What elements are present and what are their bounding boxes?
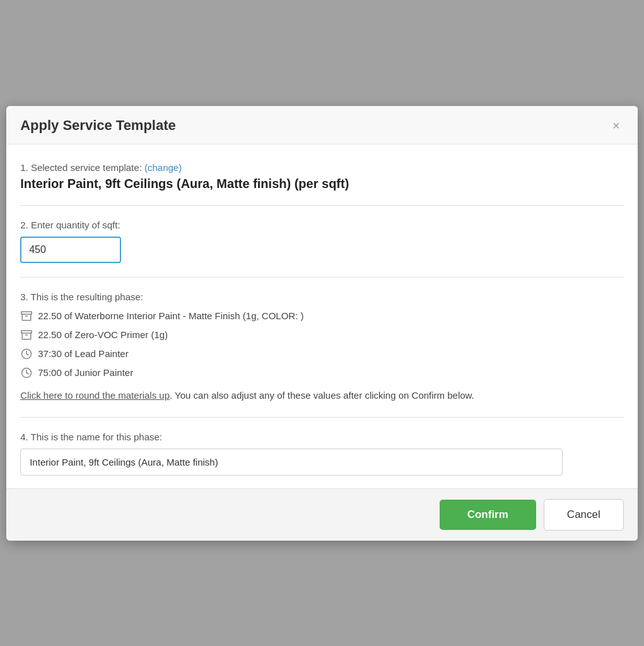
phase-item-2: 22.50 of Zero-VOC Primer (1g) bbox=[20, 329, 624, 341]
step1-label: 1. Selected service template: (change) bbox=[20, 162, 624, 173]
divider-2 bbox=[20, 277, 624, 278]
phase-item-3: 37:30 of Lead Painter bbox=[20, 348, 624, 360]
modal-footer: Confirm Cancel bbox=[6, 488, 638, 541]
modal-body: 1. Selected service template: (change) I… bbox=[6, 144, 638, 488]
step2-section: 2. Enter quantity of sqft: bbox=[20, 220, 624, 263]
clock-icon-1 bbox=[20, 348, 33, 360]
change-link[interactable]: (change) bbox=[144, 162, 182, 173]
template-name: Interior Paint, 9ft Ceilings (Aura, Matt… bbox=[20, 177, 624, 191]
step3-section: 3. This is the resulting phase: 22.50 of… bbox=[20, 291, 624, 403]
modal-title: Apply Service Template bbox=[20, 117, 176, 134]
round-note-text: . You can also adjust any of these value… bbox=[170, 390, 474, 401]
round-materials-note: Click here to round the materials up. Yo… bbox=[20, 388, 624, 403]
phase-name-input[interactable] bbox=[20, 449, 563, 476]
modal-overlay: Apply Service Template × 1. Selected ser… bbox=[0, 0, 644, 646]
phase-item-text-4: 75:00 of Junior Painter bbox=[38, 367, 133, 378]
svg-rect-0 bbox=[21, 312, 32, 314]
box-icon-2 bbox=[20, 329, 33, 341]
step3-label: 3. This is the resulting phase: bbox=[20, 291, 624, 302]
box-icon-1 bbox=[20, 310, 33, 322]
phase-item-4: 75:00 of Junior Painter bbox=[20, 367, 624, 379]
step2-label: 2. Enter quantity of sqft: bbox=[20, 220, 624, 230]
phase-item-1: 22.50 of Waterborne Interior Paint - Mat… bbox=[20, 310, 624, 322]
phase-item-text-2: 22.50 of Zero-VOC Primer (1g) bbox=[38, 329, 168, 340]
svg-rect-2 bbox=[21, 331, 32, 333]
modal-dialog: Apply Service Template × 1. Selected ser… bbox=[6, 106, 638, 541]
step4-section: 4. This is the name for this phase: bbox=[20, 432, 624, 476]
phase-item-text-3: 37:30 of Lead Painter bbox=[38, 348, 128, 359]
divider-3 bbox=[20, 417, 624, 418]
modal-header: Apply Service Template × bbox=[6, 106, 638, 144]
divider-1 bbox=[20, 205, 624, 206]
clock-icon-2 bbox=[20, 367, 33, 379]
phase-item-text-1: 22.50 of Waterborne Interior Paint - Mat… bbox=[38, 310, 303, 321]
round-materials-link[interactable]: Click here to round the materials up bbox=[20, 390, 170, 401]
step1-section: 1. Selected service template: (change) I… bbox=[20, 162, 624, 191]
step4-label: 4. This is the name for this phase: bbox=[20, 432, 624, 442]
close-button[interactable]: × bbox=[609, 118, 624, 133]
quantity-input[interactable] bbox=[20, 237, 121, 263]
confirm-button[interactable]: Confirm bbox=[440, 500, 536, 530]
phase-items-list: 22.50 of Waterborne Interior Paint - Mat… bbox=[20, 310, 624, 379]
cancel-button[interactable]: Cancel bbox=[544, 499, 624, 531]
